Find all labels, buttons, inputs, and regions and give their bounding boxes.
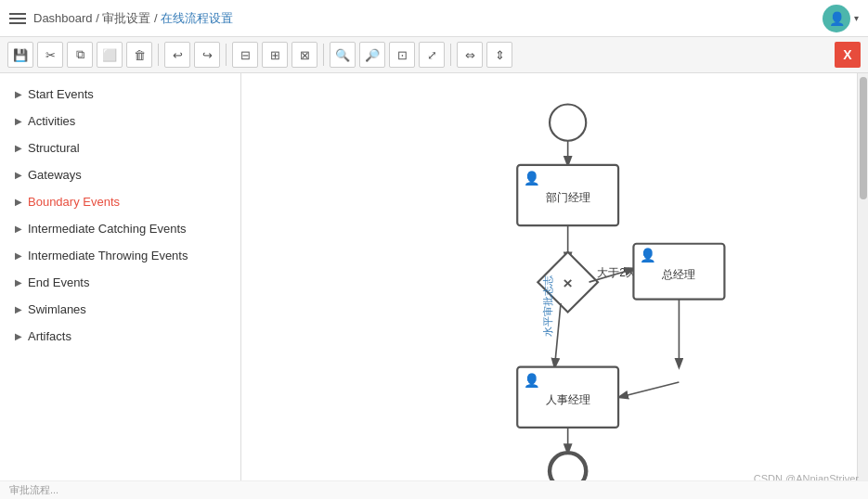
sidebar-item-activities[interactable]: ▶ Activities <box>0 108 240 134</box>
breadcrumb-dashboard[interactable]: Dashboard <box>33 11 93 25</box>
svg-text:大于2天: 大于2天 <box>597 266 637 279</box>
toolbar-separator-1 <box>158 44 159 66</box>
svg-text:👤: 👤 <box>524 170 540 186</box>
svg-text:👤: 👤 <box>640 247 656 263</box>
sidebar-item-swimlanes[interactable]: ▶ Swimlanes <box>0 296 240 323</box>
svg-text:水平审批志志: 水平审批志志 <box>542 275 553 337</box>
hamburger-icon[interactable] <box>9 13 26 24</box>
svg-text:人事经理: 人事经理 <box>546 393 590 406</box>
svg-rect-17 <box>517 367 618 428</box>
chevron-down-icon: ▾ <box>854 13 859 23</box>
sidebar-item-label: Intermediate Throwing Events <box>28 249 188 262</box>
sidebar-item-gateways[interactable]: ▶ Gateways <box>0 161 240 188</box>
copy-button[interactable]: ⧉ <box>67 42 93 68</box>
toolbar-separator-2 <box>226 44 227 66</box>
redo-button[interactable]: ↪ <box>194 42 220 68</box>
sidebar-item-label: End Events <box>28 275 90 289</box>
topbar-right: 👤 ▾ <box>823 5 859 32</box>
svg-rect-2 <box>517 165 618 225</box>
svg-line-9 <box>589 269 634 282</box>
toolbar: 💾 ✂ ⧉ ⬜ 🗑 ↩ ↪ ⊟ ⊞ ⊠ 🔍 🔎 ⊡ ⤢ ⇔ ⇕ X <box>0 37 868 73</box>
expand-icon: ▶ <box>15 197 22 207</box>
breadcrumb: Dashboard / 审批设置 / 在线流程设置 <box>33 10 233 27</box>
vertical-scrollbar-thumb[interactable] <box>860 77 867 199</box>
sidebar-item-label: Artifacts <box>28 329 71 343</box>
sidebar-item-intermediate-throwing[interactable]: ▶ Intermediate Throwing Events <box>0 242 240 269</box>
flip-v-button[interactable]: ⇕ <box>486 42 512 68</box>
cut-button[interactable]: ✂ <box>37 42 63 68</box>
undo-button[interactable]: ↩ <box>164 42 190 68</box>
zoom-full-button[interactable]: ⤢ <box>419 42 445 68</box>
paste-button[interactable]: ⬜ <box>97 42 123 68</box>
save-button[interactable]: 💾 <box>7 42 33 68</box>
toolbar-separator-3 <box>323 44 324 66</box>
sidebar-item-label: Gateways <box>28 168 82 182</box>
vertical-scrollbar-track[interactable] <box>857 73 868 480</box>
expand-icon: ▶ <box>15 250 22 261</box>
sidebar-item-end-events[interactable]: ▶ End Events <box>0 269 240 296</box>
zoom-in-button[interactable]: 🔍 <box>330 42 356 68</box>
sidebar-item-label: Start Events <box>28 87 94 101</box>
svg-line-14 <box>619 382 679 397</box>
sidebar-item-label: Swimlanes <box>28 302 86 316</box>
zoom-fit-button[interactable]: ⊡ <box>389 42 415 68</box>
breadcrumb-nav2[interactable]: 审批设置 <box>102 11 150 25</box>
breadcrumb-sep1: / <box>96 11 99 25</box>
svg-text:×: × <box>564 274 573 292</box>
svg-text:部门经理: 部门经理 <box>546 191 590 204</box>
bottom-hint-text: 审批流程... <box>9 483 58 497</box>
zoom-out-button[interactable]: 🔎 <box>359 42 385 68</box>
align3-button[interactable]: ⊠ <box>291 42 317 68</box>
expand-icon: ▶ <box>15 116 22 126</box>
expand-icon: ▶ <box>15 170 22 180</box>
expand-icon: ▶ <box>15 224 22 234</box>
topbar: Dashboard / 审批设置 / 在线流程设置 👤 ▾ <box>0 0 868 37</box>
sidebar-item-label: Intermediate Catching Events <box>28 222 187 236</box>
expand-icon: ▶ <box>15 304 22 314</box>
avatar-button[interactable]: 👤 <box>823 5 850 32</box>
svg-rect-6 <box>538 252 598 313</box>
canvas-area[interactable]: 👤 部门经理 × 大于2天 👤 总经理 水平审批志志 <box>241 73 868 499</box>
flip-h-button[interactable]: ⇔ <box>457 42 483 68</box>
svg-text:总经理: 总经理 <box>661 268 695 281</box>
sidebar: ▶ Start Events ▶ Activities ▶ Structural… <box>0 73 241 499</box>
sidebar-item-structural[interactable]: ▶ Structural <box>0 134 240 161</box>
expand-icon: ▶ <box>15 89 22 99</box>
toolbar-separator-4 <box>450 44 451 66</box>
sidebar-item-label: Structural <box>28 141 80 155</box>
bpmn-canvas: 👤 部门经理 × 大于2天 👤 总经理 水平审批志志 <box>241 73 868 499</box>
sidebar-item-artifacts[interactable]: ▶ Artifacts <box>0 323 240 350</box>
topbar-left: Dashboard / 审批设置 / 在线流程设置 <box>9 10 233 27</box>
align1-button[interactable]: ⊟ <box>232 42 258 68</box>
expand-icon: ▶ <box>15 143 22 153</box>
svg-line-16 <box>555 303 562 367</box>
sidebar-item-label: Activities <box>28 114 75 128</box>
delete-button[interactable]: 🗑 <box>126 42 152 68</box>
expand-icon: ▶ <box>15 277 22 288</box>
content-area: ▶ Start Events ▶ Activities ▶ Structural… <box>0 73 868 499</box>
sidebar-item-boundary-events[interactable]: ▶ Boundary Events <box>0 188 240 215</box>
align2-button[interactable]: ⊞ <box>262 42 288 68</box>
svg-text:👤: 👤 <box>524 372 540 389</box>
sidebar-item-label: Boundary Events <box>28 195 120 209</box>
sidebar-item-intermediate-catching[interactable]: ▶ Intermediate Catching Events <box>0 215 240 242</box>
main-container: 💾 ✂ ⧉ ⬜ 🗑 ↩ ↪ ⊟ ⊞ ⊠ 🔍 🔎 ⊡ ⤢ ⇔ ⇕ X ▶ Star… <box>0 37 868 499</box>
svg-rect-10 <box>633 244 724 300</box>
bottom-hint: 审批流程... <box>0 480 868 499</box>
sidebar-item-start-events[interactable]: ▶ Start Events <box>0 81 240 108</box>
svg-point-0 <box>550 105 586 141</box>
expand-icon: ▶ <box>15 331 22 341</box>
breadcrumb-sep2: / <box>154 11 158 25</box>
breadcrumb-current: 在线流程设置 <box>161 11 233 25</box>
close-button[interactable]: X <box>835 42 861 68</box>
